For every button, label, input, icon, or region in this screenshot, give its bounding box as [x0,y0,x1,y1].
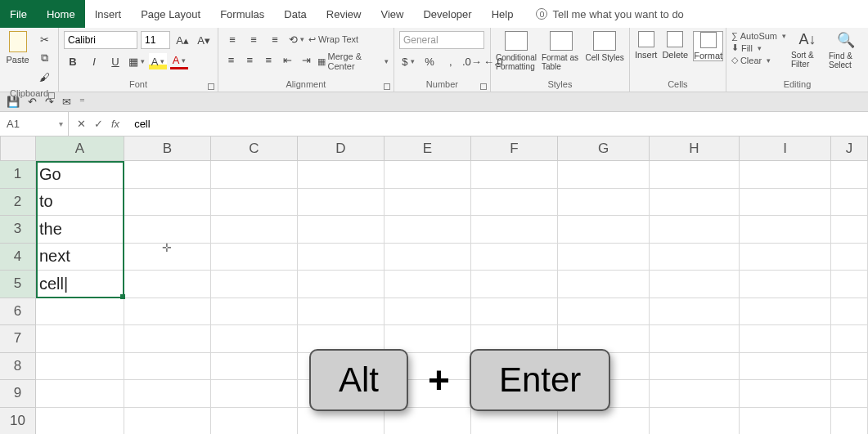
cell-A2[interactable]: to [36,189,124,217]
cell-C7[interactable] [211,325,298,353]
delete-cells-button[interactable]: Delete [662,31,688,60]
cell-F5[interactable] [471,271,558,298]
dialog-launcher-icon[interactable] [384,83,390,90]
cell-D3[interactable] [298,216,385,244]
cell-D5[interactable] [298,271,385,298]
cell-J7[interactable] [831,325,868,353]
cell-J3[interactable] [831,216,868,244]
row-header[interactable]: 4 [0,244,36,271]
cell-J1[interactable] [831,161,868,189]
autosum-button[interactable]: ∑ AutoSum [731,31,786,41]
cell-E6[interactable] [385,298,471,326]
cell-I3[interactable] [740,216,831,244]
cell-H2[interactable] [650,189,740,217]
underline-button[interactable]: U [106,53,124,69]
cell-A5[interactable]: cell [36,271,124,298]
col-header-I[interactable]: I [740,136,831,161]
cell-G5[interactable] [558,271,650,298]
row-header[interactable]: 6 [0,298,36,326]
cell-E2[interactable] [385,189,471,217]
percent-format-icon[interactable]: % [421,53,438,69]
cell-H8[interactable] [650,353,740,381]
conditional-formatting-button[interactable]: Conditional Formatting [496,31,537,71]
border-button[interactable]: ▦ [128,53,146,69]
cell-E7[interactable] [385,325,471,353]
decrease-indent-icon[interactable]: ⇤ [280,51,295,68]
cell-A7[interactable] [36,325,124,353]
tab-data[interactable]: Data [274,0,316,28]
cell-J9[interactable] [831,380,868,408]
cell-C1[interactable] [211,161,298,189]
cell-D7[interactable] [298,325,385,353]
wrap-text-button[interactable]: ↩ Wrap Text [308,31,358,47]
format-cells-button[interactable]: Format [693,31,723,61]
cell-G4[interactable] [558,244,650,271]
paste-button[interactable]: Paste [5,31,30,65]
cell-I9[interactable] [740,380,831,408]
cell-F3[interactable] [471,216,558,244]
cell-G8[interactable] [558,353,650,381]
row-header[interactable]: 5 [0,271,36,298]
shrink-font-icon[interactable]: A▾ [195,32,213,48]
merge-center-button[interactable]: ▦ Merge & Center [317,51,389,71]
fill-button[interactable]: ⬇ Fill [731,43,786,53]
tab-insert[interactable]: Insert [85,0,132,28]
cell-I6[interactable] [740,298,831,326]
align-middle-icon[interactable]: ≡ [245,31,263,47]
cell-F7[interactable] [471,325,558,353]
cell-G10[interactable] [558,408,650,435]
cell-G2[interactable] [558,189,650,217]
formula-input[interactable]: cell [128,112,868,136]
cell-J2[interactable] [831,189,868,217]
align-center-icon[interactable]: ≡ [242,51,258,68]
bold-button[interactable]: B [64,53,82,69]
cell-I7[interactable] [740,325,831,353]
cell-J4[interactable] [831,244,868,271]
cell-H9[interactable] [650,380,740,408]
tab-formulas[interactable]: Formulas [210,0,274,28]
tab-review[interactable]: Review [317,0,371,28]
tab-view[interactable]: View [371,0,413,28]
cell-A9[interactable] [36,380,124,408]
format-painter-icon[interactable]: 🖌 [35,69,53,85]
tab-file[interactable]: File [0,0,37,28]
cell-A4[interactable]: next [36,244,124,271]
cell-G7[interactable] [558,325,650,353]
cancel-formula-icon[interactable]: ✕ [77,118,86,130]
cell-F4[interactable] [471,244,558,271]
cell-B5[interactable] [124,271,211,298]
cell-H5[interactable] [650,271,740,298]
format-as-table-button[interactable]: Format as Table [542,31,580,71]
col-header-C[interactable]: C [211,136,298,161]
col-header-E[interactable]: E [385,136,471,161]
cell-H10[interactable] [650,408,740,435]
cell-A6[interactable] [36,298,124,326]
cell-B2[interactable] [124,189,211,217]
col-header-F[interactable]: F [471,136,558,161]
dialog-launcher-icon[interactable] [208,83,214,90]
tell-me-search[interactable]: Tell me what you want to do [536,0,683,28]
font-name-select[interactable] [64,31,137,49]
accounting-format-icon[interactable]: $ [399,53,417,69]
col-header-D[interactable]: D [298,136,385,161]
cell-F9[interactable] [471,380,558,408]
row-header[interactable]: 9 [0,380,36,408]
cell-B7[interactable] [124,325,211,353]
row-header[interactable]: 3 [0,216,36,244]
cell-B3[interactable] [124,216,211,244]
cell-C6[interactable] [211,298,298,326]
tab-developer[interactable]: Developer [413,0,481,28]
cell-E1[interactable] [385,161,471,189]
cell-D6[interactable] [298,298,385,326]
cell-I10[interactable] [740,408,831,435]
cell-C8[interactable] [211,353,298,381]
cell-E4[interactable] [385,244,471,271]
cell-F6[interactable] [471,298,558,326]
cell-C4[interactable] [211,244,298,271]
cell-D8[interactable] [298,353,385,381]
cell-I8[interactable] [740,353,831,381]
cell-I5[interactable] [740,271,831,298]
cell-J6[interactable] [831,298,868,326]
cell-E5[interactable] [385,271,471,298]
cell-C9[interactable] [211,380,298,408]
